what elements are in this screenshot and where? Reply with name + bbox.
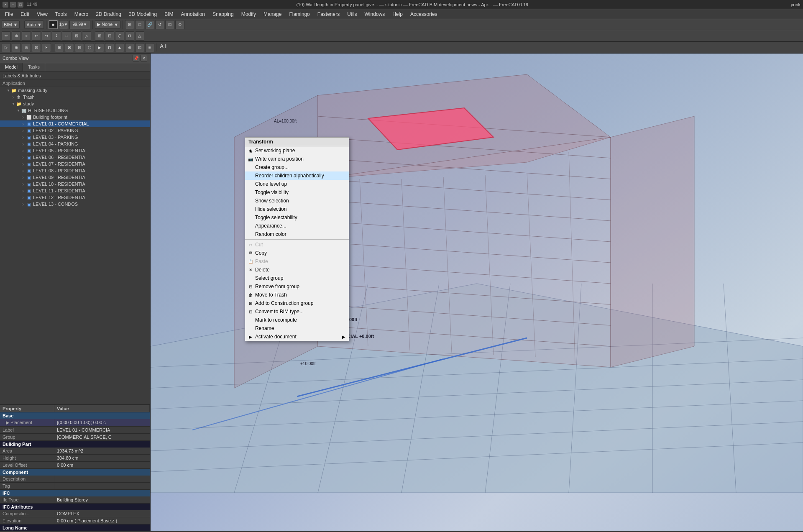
prop-row-placement-group[interactable]: ▶ Placement [(0.00 0.00 1.00); 0.00 c: [0, 419, 150, 427]
menu-accessories[interactable]: Accessories: [407, 10, 441, 18]
none-selector[interactable]: ▶ None ▼: [95, 20, 120, 29]
menu-manage[interactable]: Manage: [260, 10, 285, 18]
tree-item-level10[interactable]: ▷ ▣ LEVEL 10 - RESIDENTIA: [0, 181, 150, 187]
tree-item-trash[interactable]: ▷ 🗑 Trash: [0, 94, 150, 100]
max-btn[interactable]: □: [18, 2, 23, 8]
ctx-rename[interactable]: Rename: [245, 324, 349, 332]
prop-row-ifc-type[interactable]: Ifc Type Building Storey: [0, 496, 150, 504]
ctx-write-camera[interactable]: 📷 Write camera position: [245, 155, 349, 163]
close-btn[interactable]: ×: [3, 2, 8, 8]
ctx-set-working-plane[interactable]: ◉ Set working plane: [245, 146, 349, 155]
tree-item-massing-study[interactable]: ▼ 📁 massing study: [0, 87, 150, 94]
tb3-14[interactable]: ⊡: [135, 43, 144, 52]
ctx-add-to-construction[interactable]: ⊞ Add to Construction group: [245, 299, 349, 307]
tb2-3[interactable]: ○: [22, 31, 31, 41]
prop-row-level-offset[interactable]: Level Offset 0.00 cm: [0, 462, 150, 469]
view-all-icon[interactable]: ⊡: [165, 20, 174, 29]
tb3-12[interactable]: ▲: [115, 43, 124, 52]
tb3-6[interactable]: ⊞: [55, 43, 64, 52]
tb3-11[interactable]: ⊓: [105, 43, 114, 52]
menu-utils[interactable]: Utils: [344, 10, 360, 18]
menu-modify[interactable]: Modify: [238, 10, 259, 18]
tb2-9[interactable]: ▷: [82, 31, 91, 41]
tab-tasks[interactable]: Tasks: [23, 63, 45, 72]
ctx-activate-document[interactable]: ▶ Activate document ▶: [245, 332, 349, 341]
tree-item-level11[interactable]: ▷ ▣ LEVEL 11 - RESIDENTIA: [0, 187, 150, 194]
tb2-5[interactable]: ↪: [42, 31, 51, 41]
ctx-appearance[interactable]: Appearance...: [245, 222, 349, 230]
ctx-random-color[interactable]: Random color: [245, 230, 349, 238]
ctx-cut[interactable]: ✂ Cut: [245, 240, 349, 249]
box-icon[interactable]: □: [135, 20, 144, 29]
ctx-create-group[interactable]: Create group...: [245, 163, 349, 171]
prop-row-tag[interactable]: Tag: [0, 483, 150, 490]
tb2-13[interactable]: ⊓: [125, 31, 134, 41]
window-controls[interactable]: × − □: [3, 2, 23, 8]
menu-help[interactable]: Help: [389, 10, 406, 18]
combo-pin-btn[interactable]: 📌: [133, 55, 139, 61]
tree-item-level03[interactable]: ▷ ▣ LEVEL 03 - PARKING: [0, 134, 150, 141]
zoom-fit-icon[interactable]: ⊙: [175, 20, 184, 29]
tree-item-level06[interactable]: ▷ ▣ LEVEL 06 - RESIDENTIA: [0, 154, 150, 161]
line-width-btn[interactable]: 1p▼: [59, 20, 68, 29]
tb3-4[interactable]: ⊡: [32, 43, 41, 52]
tb3-5[interactable]: ✂: [42, 43, 51, 52]
menu-macro[interactable]: Macro: [71, 10, 92, 18]
prop-row-label[interactable]: Label LEVEL 01 - COMMERCIA: [0, 427, 150, 434]
tb3-13[interactable]: ⊕: [125, 43, 134, 52]
tb2-6[interactable]: ⤸: [52, 31, 61, 41]
tb3-9[interactable]: ⬡: [85, 43, 94, 52]
menu-fasteners[interactable]: Fasteners: [314, 10, 343, 18]
menu-2d-drafting[interactable]: 2D Drafting: [92, 10, 125, 18]
tb2-2[interactable]: ⊕: [12, 31, 21, 41]
rotate-icon[interactable]: ↺: [155, 20, 164, 29]
prop-row-elevation[interactable]: Elevation 0.00 cm ( Placement.Base.z ): [0, 517, 150, 524]
tb2-11[interactable]: ⊡: [105, 31, 114, 41]
tree-item-level07[interactable]: ▷ ▣ LEVEL 07 - RESIDENTIA: [0, 161, 150, 167]
tree-item-level02[interactable]: ▷ ▣ LEVEL 02 - PARKING: [0, 127, 150, 134]
menu-file[interactable]: File: [2, 10, 16, 18]
tree-item-level04[interactable]: ▷ ▣ LEVEL 04 - PARKING: [0, 141, 150, 147]
tree-item-level01[interactable]: ▷ ▣ LEVEL 01 - COMMERCIAL: [0, 120, 150, 127]
menu-view[interactable]: View: [33, 10, 51, 18]
menu-annotation[interactable]: Annotation: [178, 10, 208, 18]
tree-item-level09[interactable]: ▷ ▣ LEVEL 09 - RESIDENTIA: [0, 174, 150, 181]
ctx-select-group[interactable]: Select group: [245, 274, 349, 282]
tb3-8[interactable]: ⊟: [75, 43, 84, 52]
ctx-remove-from-group[interactable]: ⊟ Remove from group: [245, 282, 349, 291]
tree-item-level13[interactable]: ▷ ▣ LEVEL 13 - CONDOS: [0, 201, 150, 207]
tab-model[interactable]: Model: [0, 63, 23, 72]
tree-item-level12[interactable]: ▷ ▣ LEVEL 12 - RESIDENTIA: [0, 194, 150, 201]
tb3-10[interactable]: ▶: [95, 43, 104, 52]
viewport[interactable]: LEVEL 01 - COMMERCIAL +0.00ft LEVEL 02 -…: [151, 54, 803, 531]
tb2-8[interactable]: ⊠: [72, 31, 81, 41]
ctx-show-selection[interactable]: Show selection: [245, 197, 349, 205]
menu-bim[interactable]: BIM: [161, 10, 176, 18]
menu-3d-modeling[interactable]: 3D Modeling: [125, 10, 160, 18]
ctx-toggle-visibility[interactable]: Toggle visibility: [245, 188, 349, 197]
zoom-btn[interactable]: 99.99▼: [69, 20, 90, 29]
tb3-1[interactable]: ▷: [2, 43, 11, 52]
combo-view-controls[interactable]: 📌 ×: [133, 55, 147, 61]
tree-item-hirise[interactable]: ▼ 🏢 HI-RISE BUILDING: [0, 107, 150, 114]
tb2-4[interactable]: ↩: [32, 31, 41, 41]
tb2-1[interactable]: ✏: [2, 31, 11, 41]
ctx-copy[interactable]: ⧉ Copy: [245, 249, 349, 257]
tb3-3[interactable]: ⊙: [22, 43, 31, 52]
menu-flamingo[interactable]: Flamingo: [286, 10, 313, 18]
tree-item-footprint[interactable]: ▷ ⬜ Building footprint: [0, 114, 150, 120]
tree-item-study[interactable]: ▼ 📁 study: [0, 100, 150, 107]
ctx-delete[interactable]: ✕ Delete: [245, 266, 349, 274]
tb3-15[interactable]: ≡: [145, 43, 154, 52]
tb3-2[interactable]: ⊕: [12, 43, 21, 52]
grid-icon[interactable]: ⊞: [125, 20, 134, 29]
tb2-12[interactable]: ⬡: [115, 31, 124, 41]
tb2-7[interactable]: ↔: [62, 31, 71, 41]
tb3-7[interactable]: ⊠: [65, 43, 74, 52]
tree-section[interactable]: ▼ 📁 massing study ▷ 🗑 Trash ▼ 📁 study ▼ …: [0, 87, 150, 404]
menu-tools[interactable]: Tools: [52, 10, 70, 18]
prop-row-height[interactable]: Height 304.80 cm: [0, 455, 150, 462]
ctx-paste[interactable]: 📋 Paste: [245, 257, 349, 266]
tree-item-level05[interactable]: ▷ ▣ LEVEL 05 - RESIDENTIA: [0, 147, 150, 154]
ctx-mark-recompute[interactable]: Mark to recompute: [245, 316, 349, 324]
